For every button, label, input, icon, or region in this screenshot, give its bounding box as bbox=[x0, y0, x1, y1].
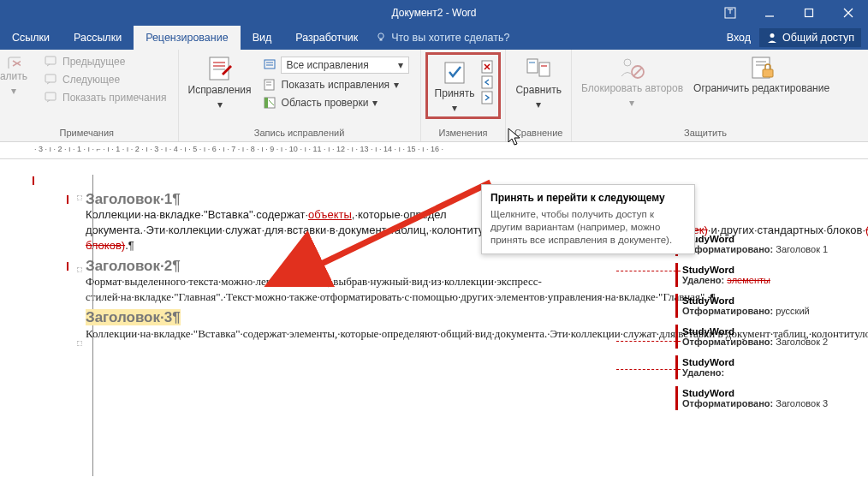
revision-balloon[interactable]: StudyWordОтформатировано: Заголовок 2 bbox=[675, 325, 868, 349]
window-title: Документ2 - Word bbox=[391, 7, 476, 19]
group-label-comments: Примечания bbox=[0, 126, 174, 141]
tab-developer[interactable]: Разработчик bbox=[283, 26, 370, 50]
minimize-icon[interactable] bbox=[750, 0, 789, 26]
tell-me-search[interactable]: Что вы хотите сделать? bbox=[375, 32, 509, 44]
paragraph-mark bbox=[77, 341, 82, 346]
svg-rect-25 bbox=[265, 98, 268, 108]
tab-view[interactable]: Вид bbox=[241, 26, 284, 50]
svg-rect-18 bbox=[265, 60, 275, 69]
display-for-review-dropdown[interactable]: Все исправления▾ bbox=[281, 57, 409, 74]
svg-rect-31 bbox=[482, 92, 492, 104]
svg-line-38 bbox=[633, 68, 642, 76]
accept-tooltip: Принять и перейти к следующему Щелкните,… bbox=[481, 184, 695, 254]
share-button[interactable]: Общий доступ bbox=[759, 28, 861, 47]
compare-icon bbox=[525, 55, 552, 82]
tab-references[interactable]: Ссылки bbox=[0, 26, 62, 50]
heading-3-wrap[interactable]: Заголовок·3¶ bbox=[86, 310, 659, 326]
tooltip-body: Щелкните, чтобы получить доступ к другим… bbox=[490, 208, 686, 247]
sign-in-link[interactable]: Вход bbox=[727, 32, 751, 44]
prev-change-icon[interactable] bbox=[481, 75, 495, 89]
markup-pane: StudyWordОтформатировано: Заголовок 1 St… bbox=[675, 232, 868, 417]
markup-icon bbox=[264, 78, 277, 92]
tooltip-title: Принять и перейти к следующему bbox=[490, 192, 686, 204]
revision-balloon[interactable]: StudyWordОтформатировано: русский bbox=[675, 294, 868, 318]
svg-rect-42 bbox=[763, 69, 773, 77]
lightbulb-icon bbox=[375, 32, 387, 44]
pane-icon bbox=[264, 96, 277, 110]
group-label-changes: Изменения bbox=[425, 126, 502, 141]
display-icon bbox=[264, 58, 277, 72]
chevron-down-icon: ▾ bbox=[629, 97, 634, 109]
revision-balloon[interactable]: StudyWordОтформатировано: Заголовок 3 bbox=[675, 386, 868, 410]
chevron-down-icon: ▾ bbox=[394, 79, 399, 91]
svg-rect-6 bbox=[380, 39, 383, 41]
ribbon-tabs: Ссылки Рассылки Рецензирование Вид Разра… bbox=[0, 26, 868, 50]
tab-mailings[interactable]: Рассылки bbox=[62, 26, 134, 50]
svg-rect-12 bbox=[45, 75, 56, 82]
tab-review[interactable]: Рецензирование bbox=[134, 26, 241, 50]
margin-line bbox=[92, 175, 93, 476]
connector-line bbox=[616, 341, 681, 342]
block-authors-icon bbox=[619, 55, 645, 80]
reviewing-pane-button[interactable]: Область проверки▾ bbox=[260, 95, 413, 110]
show-markup-button[interactable]: Показать исправления▾ bbox=[260, 77, 413, 92]
document-area: Заголовок·1¶ Коллекции·на·вкладке·"Встав… bbox=[0, 159, 868, 476]
svg-rect-2 bbox=[806, 9, 813, 17]
svg-rect-11 bbox=[45, 57, 56, 64]
inserted-text: объекты bbox=[308, 208, 352, 221]
revision-balloon[interactable]: StudyWordУдалено: элементы bbox=[675, 263, 868, 287]
chevron-down-icon: ▾ bbox=[372, 97, 378, 109]
svg-point-7 bbox=[770, 33, 775, 38]
restrict-icon bbox=[749, 55, 775, 80]
svg-point-5 bbox=[378, 33, 383, 39]
group-label-compare: Сравнение bbox=[510, 126, 566, 141]
chevron-down-icon: ▾ bbox=[11, 85, 16, 97]
svg-point-36 bbox=[624, 59, 631, 66]
paragraph-mark bbox=[77, 195, 82, 200]
connector-line bbox=[616, 271, 681, 271]
next-comment-button: Следующее bbox=[41, 72, 170, 87]
maximize-icon[interactable] bbox=[789, 0, 829, 26]
title-bar: Документ2 - Word bbox=[0, 0, 868, 26]
block-authors-button: Блокировать авторов ▾ bbox=[576, 52, 688, 109]
ribbon-options-icon[interactable] bbox=[710, 0, 750, 26]
revision-balloon[interactable]: StudyWordОтформатировано: Заголовок 1 bbox=[675, 232, 868, 256]
reject-icon[interactable] bbox=[481, 60, 495, 74]
heading-3: Заголовок·3¶ bbox=[86, 309, 181, 325]
svg-rect-30 bbox=[482, 76, 492, 88]
group-label-protect: Защитить bbox=[576, 126, 835, 141]
person-icon bbox=[766, 32, 778, 44]
group-label-tracking: Запись исправлений bbox=[183, 126, 416, 141]
comment-prev-icon bbox=[45, 55, 58, 69]
comment-show-icon bbox=[45, 91, 58, 104]
accept-button[interactable]: Принять ▾ bbox=[430, 57, 480, 114]
track-changes-button[interactable]: Исправления ▾ bbox=[183, 52, 257, 110]
chevron-down-icon: ▾ bbox=[536, 98, 541, 110]
revision-balloon[interactable]: StudyWordУдалено: bbox=[675, 355, 868, 379]
svg-rect-14 bbox=[210, 57, 229, 80]
heading-2[interactable]: Заголовок·2¶ bbox=[86, 259, 659, 274]
paragraph-2[interactable]: Формат·выделенного·текста·можно·легко·из… bbox=[86, 274, 659, 305]
restrict-editing-button[interactable]: Ограничить редактирование bbox=[688, 52, 835, 94]
svg-rect-33 bbox=[539, 63, 550, 76]
svg-rect-13 bbox=[45, 92, 56, 100]
close-icon[interactable] bbox=[829, 0, 868, 26]
prev-comment-button: Предыдущее bbox=[41, 54, 170, 69]
ribbon: алить ▾ Предыдущее Следующее Показать пр… bbox=[0, 50, 868, 142]
horizontal-ruler[interactable]: · 3 · ı · 2 · ı · 1 · ı · ⌐ · ı · 1 · ı … bbox=[0, 142, 868, 159]
track-changes-icon bbox=[206, 55, 234, 82]
delete-comment-button: алить ▾ bbox=[0, 52, 38, 97]
connector-line bbox=[616, 369, 681, 370]
show-comments-button: Показать примечания bbox=[41, 90, 170, 105]
paragraph-mark bbox=[77, 267, 82, 272]
paragraph-3[interactable]: Коллекции·на·вкладке·"Вставка"·содержат·… bbox=[86, 326, 659, 342]
svg-rect-32 bbox=[527, 59, 538, 73]
comment-next-icon bbox=[45, 73, 58, 86]
chevron-down-icon: ▾ bbox=[217, 98, 223, 110]
accept-icon bbox=[442, 60, 467, 86]
next-change-icon[interactable] bbox=[481, 91, 495, 104]
compare-button[interactable]: Сравнить ▾ bbox=[510, 52, 566, 110]
chevron-down-icon: ▾ bbox=[452, 102, 457, 114]
chevron-down-icon: ▾ bbox=[398, 59, 403, 71]
accept-highlight-box: Принять ▾ bbox=[425, 52, 502, 119]
